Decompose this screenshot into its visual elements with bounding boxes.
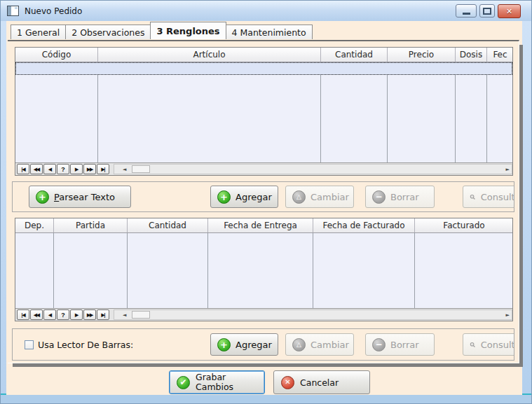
tab-4-mantenimiento[interactable]: 4 Mantenimiento xyxy=(226,25,313,39)
cambiar-label: Cambiar xyxy=(311,340,349,350)
triangle-circle-icon: △ xyxy=(292,338,306,351)
renglones-tab-panel: CódigoArtículoCantidadPrecioDosisFec|◀◀◀… xyxy=(8,40,519,363)
tab-strip: 1 General2 Observaciones3 Renglones4 Man… xyxy=(11,22,312,39)
grid-body xyxy=(15,233,512,308)
agregar-partida-button[interactable]: + Agregar xyxy=(210,333,278,356)
cambiar-label: Cambiar xyxy=(311,192,349,202)
cross-circle-icon: ✕ xyxy=(281,376,294,389)
scrollbar-thumb[interactable] xyxy=(132,311,150,319)
renglones-grid: CódigoArtículoCantidadPrecioDosisFec|◀◀◀… xyxy=(15,47,513,176)
window-border-right xyxy=(522,21,531,403)
minus-circle-icon: − xyxy=(372,338,386,351)
plus-circle-icon: + xyxy=(217,190,231,204)
magnifier-icon xyxy=(470,191,476,203)
magnifier-icon xyxy=(470,339,476,351)
nav-first-button[interactable]: |◀ xyxy=(17,309,29,320)
grabar-label-line1: Grabar xyxy=(196,372,226,382)
column-header: Fec xyxy=(487,48,512,62)
agregar-renglon-button[interactable]: + Agregar xyxy=(210,186,278,208)
minus-circle-icon: − xyxy=(372,190,386,204)
column-separator xyxy=(414,233,415,308)
column-separator xyxy=(486,62,487,162)
nav-help-button[interactable]: ? xyxy=(57,309,69,320)
nav-first-button[interactable]: |◀ xyxy=(17,164,29,174)
column-separator xyxy=(455,62,456,162)
partidas-toolbar: Usa Lector De Barras: + Agregar △ Cambia… xyxy=(12,328,514,361)
scroll-right-icon[interactable]: ► xyxy=(506,165,510,174)
minimize-icon xyxy=(463,13,470,15)
parsear-texto-label: Parsear Texto xyxy=(54,192,115,202)
column-header: Código xyxy=(15,48,98,62)
tab-1-general[interactable]: 1 General xyxy=(11,25,66,39)
column-separator xyxy=(97,62,98,162)
nav-last-button[interactable]: ▶| xyxy=(97,164,109,174)
consultar-renglon-button[interactable]: Consultar xyxy=(463,186,514,208)
minimize-button[interactable] xyxy=(456,4,477,18)
borrar-label: Borrar xyxy=(390,192,419,202)
scroll-right-icon[interactable]: ► xyxy=(506,310,510,319)
consultar-partida-button[interactable]: Consultar xyxy=(463,333,514,356)
nav-fast-prior-button[interactable]: ◀◀ xyxy=(30,164,43,174)
nav-prior-button[interactable]: ◀ xyxy=(43,309,56,320)
window-border-left xyxy=(1,21,6,403)
consultar-label: Consultar xyxy=(481,340,514,350)
borrar-partida-button[interactable]: − Borrar xyxy=(365,333,435,356)
partidas-grid: Dep.PartidaCantidadFecha de EntregaFecha… xyxy=(15,218,513,321)
plus-circle-icon: + xyxy=(36,190,49,204)
restore-button[interactable] xyxy=(479,4,495,18)
nav-next-button[interactable]: ▶ xyxy=(70,164,83,174)
app-form-icon xyxy=(7,6,19,16)
nav-fast-prior-button[interactable]: ◀◀ xyxy=(30,309,43,320)
scrollbar-thumb[interactable] xyxy=(132,165,150,173)
grid-navigator: |◀◀◀◀?▶▶▶▶|◄► xyxy=(15,308,512,321)
scroll-left-icon[interactable]: ◄ xyxy=(123,310,126,319)
cambiar-renglon-button[interactable]: △ Cambiar xyxy=(285,186,354,208)
borrar-label: Borrar xyxy=(390,340,419,350)
column-header: Fecha de Entrega xyxy=(208,218,313,232)
parsear-texto-button[interactable]: + Parsear Texto xyxy=(29,186,131,208)
grabar-cambios-button[interactable]: ✔ Grabar Cambios xyxy=(169,370,265,394)
grid-body xyxy=(15,62,512,162)
column-header: Precio xyxy=(388,48,456,62)
nav-fast-next-button[interactable]: ▶▶ xyxy=(83,164,96,174)
nav-fast-next-button[interactable]: ▶▶ xyxy=(83,309,96,320)
nuevo-pedido-window: Nuevo Pedido ✕ 1 General2 Observaciones3… xyxy=(0,0,532,404)
nav-help-button[interactable]: ? xyxy=(57,164,69,174)
consultar-label: Consultar xyxy=(481,192,514,202)
grabar-label-line2: Cambios xyxy=(196,382,233,392)
column-separator xyxy=(320,62,321,162)
column-header: Artículo xyxy=(98,48,321,62)
close-button[interactable]: ✕ xyxy=(498,4,521,18)
agregar-label: Agregar xyxy=(236,192,272,202)
close-icon: ✕ xyxy=(506,7,512,16)
tab-2-observaciones[interactable]: 2 Observaciones xyxy=(65,25,151,39)
client-area: 1 General2 Observaciones3 Renglones4 Man… xyxy=(6,21,522,395)
nav-last-button[interactable]: ▶| xyxy=(97,309,109,320)
selected-row[interactable] xyxy=(15,62,512,75)
borrar-renglon-button[interactable]: − Borrar xyxy=(365,186,435,208)
cambiar-partida-button[interactable]: △ Cambiar xyxy=(285,333,354,356)
window-border-bottom xyxy=(1,393,531,403)
column-header: Fecha de Facturado xyxy=(313,218,415,232)
nav-next-button[interactable]: ▶ xyxy=(70,309,83,320)
column-separator xyxy=(127,233,128,308)
scroll-left-icon[interactable]: ◄ xyxy=(123,165,126,174)
restore-icon xyxy=(483,8,491,15)
cancelar-button[interactable]: ✕ Cancelar xyxy=(273,370,370,394)
title-bar[interactable]: Nuevo Pedido ✕ xyxy=(1,1,531,22)
column-separator xyxy=(53,233,54,308)
horizontal-scrollbar[interactable]: ◄► xyxy=(114,164,512,174)
usa-lector-checkbox[interactable] xyxy=(25,340,34,349)
column-header: Cantidad xyxy=(128,218,208,232)
cancelar-label: Cancelar xyxy=(300,377,339,388)
usa-lector-label: Usa Lector De Barras: xyxy=(38,340,133,350)
column-header: Partida xyxy=(54,218,128,232)
plus-circle-icon: + xyxy=(217,338,231,351)
column-separator xyxy=(207,233,208,308)
column-header: Facturado xyxy=(415,218,512,232)
renglones-toolbar: + Parsear Texto + Agregar △ Cambiar − Bo… xyxy=(12,181,514,212)
horizontal-scrollbar[interactable]: ◄► xyxy=(114,309,512,320)
tab-3-renglones[interactable]: 3 Renglones xyxy=(150,22,226,39)
nav-prior-button[interactable]: ◀ xyxy=(43,164,56,174)
window-title: Nuevo Pedido xyxy=(25,6,82,16)
